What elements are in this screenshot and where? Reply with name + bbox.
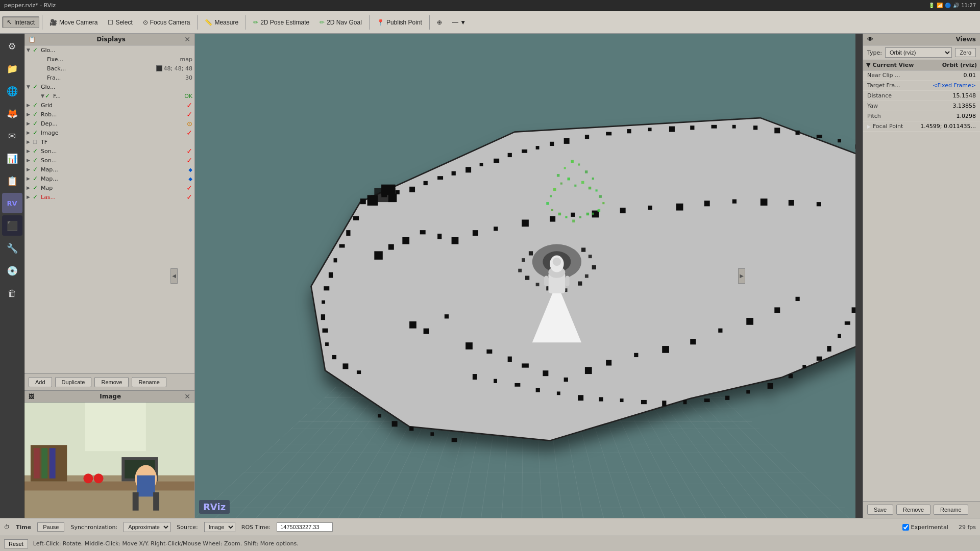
views-current-label: Current View — [872, 62, 914, 68]
select-button[interactable]: ☐ Select — [103, 17, 137, 28]
tree-item-global-status[interactable]: ▼ ✓ Glo... — [24, 82, 194, 91]
ros-time-input[interactable] — [277, 522, 333, 532]
views-remove-button[interactable]: Remove — [896, 505, 930, 515]
dock-icon-terminal[interactable]: ⬛ — [2, 215, 22, 236]
svg-rect-87 — [557, 391, 560, 395]
pose-2d-button[interactable]: ✏ 2D Pose Estimate — [249, 17, 314, 28]
views-rename-button[interactable]: Rename — [934, 505, 968, 515]
tree-item-sonar2[interactable]: ▶ ✓ Son... ✓ — [24, 156, 194, 165]
svg-rect-169 — [589, 255, 592, 258]
svg-rect-40 — [711, 125, 717, 129]
add-button[interactable]: Add — [29, 377, 52, 387]
focalpoint-label: Focal Point — [873, 123, 920, 130]
svg-rect-183 — [544, 276, 548, 287]
dock-icon-presentation[interactable]: 📋 — [2, 170, 22, 191]
tree-label-tf: TF — [41, 139, 192, 145]
svg-rect-161 — [572, 219, 575, 222]
dock-icon-email[interactable]: ✉ — [2, 126, 22, 146]
dock-icon-settings[interactable]: 🔧 — [2, 238, 22, 258]
experimental-checkbox[interactable] — [902, 524, 909, 531]
remove-button[interactable]: Remove — [94, 377, 129, 387]
tree-item-global-options[interactable]: ▼ ✓ Glo... — [24, 45, 194, 55]
measure-button[interactable]: 📏 Measure — [200, 17, 243, 28]
tree-item-frame-rate[interactable]: Fra... 30 — [24, 73, 194, 82]
svg-rect-55 — [322, 300, 325, 304]
pause-button[interactable]: Pause — [37, 522, 64, 532]
tree-item-map[interactable]: ▶ ✓ Map ✓ — [24, 183, 194, 192]
tree-item-robot[interactable]: ▶ ✓ Rob... ✓ — [24, 110, 194, 119]
svg-rect-137 — [381, 185, 396, 195]
camera-feed-svg — [24, 403, 194, 518]
duplicate-button[interactable]: Duplicate — [55, 377, 92, 387]
dock-icon-browser[interactable]: 🌐 — [2, 81, 22, 101]
extra-tool-button[interactable]: ⊕ — [432, 17, 447, 28]
svg-rect-157 — [546, 202, 549, 205]
svg-rect-54 — [324, 286, 329, 290]
tree-value-fixed: map — [180, 56, 192, 63]
map-visualization — [195, 34, 855, 518]
source-select[interactable]: Image — [204, 522, 235, 532]
dropdown-button[interactable]: — ▼ — [448, 17, 471, 28]
targetframe-value[interactable]: <Fixed Frame> — [933, 82, 976, 89]
image-panel-close[interactable]: ✕ — [184, 393, 190, 400]
svg-rect-109 — [662, 346, 669, 353]
tree-item-map1[interactable]: ▶ ✓ Map... ◆ — [24, 165, 194, 174]
tree-label-global: Glo... — [41, 47, 192, 54]
views-row-nearclip: Near Clip ... 0.01 — [863, 70, 980, 81]
tree-item-fixed-status[interactable]: ▼ ✓ F... OK — [24, 91, 194, 101]
dock-icon-folder[interactable]: 📁 — [2, 58, 22, 79]
panel-expand-handle[interactable]: ◀ — [170, 268, 178, 284]
dock-icon-system[interactable]: ⚙ — [2, 36, 22, 56]
tree-item-depth[interactable]: ▶ ✓ Dep... ⊙ — [24, 119, 194, 128]
nav-2d-button[interactable]: ✏ 2D Nav Goal — [315, 17, 366, 28]
rename-button[interactable]: Rename — [132, 377, 166, 387]
svg-rect-123 — [522, 219, 529, 227]
publish-point-button[interactable]: 📍 Publish Point — [372, 17, 427, 28]
distance-label: Distance — [867, 92, 953, 99]
svg-rect-91 — [473, 374, 477, 380]
svg-rect-114 — [796, 297, 800, 301]
expand-icon[interactable]: ▶ — [738, 268, 745, 284]
sync-select[interactable]: Approximate — [124, 522, 170, 532]
right-expand-handle[interactable]: ▶ — [738, 268, 745, 284]
svg-rect-127 — [620, 208, 626, 213]
viewport-3d[interactable]: RViz — [195, 34, 855, 518]
tree-item-image[interactable]: ▶ ✓ Image ✓ — [24, 128, 194, 137]
tree-item-grid[interactable]: ▶ ✓ Grid ✓ — [24, 101, 194, 110]
tree-item-fixed-frame[interactable]: Fixe... map — [24, 55, 194, 64]
tree-item-tf[interactable]: ▶ ☐ TF — [24, 137, 194, 146]
yaw-value: 3.13855 — [953, 103, 976, 109]
focus-camera-button[interactable]: ⊙ Focus Camera — [138, 17, 195, 28]
tree-item-map2[interactable]: ▶ ✓ Map... ◆ — [24, 174, 194, 183]
svg-rect-146 — [574, 185, 576, 187]
tree-label-sonar1: Son... — [41, 148, 186, 155]
views-zero-button[interactable]: Zero — [955, 48, 976, 57]
tree-item-background[interactable]: Back... 48; 48; 48 — [24, 64, 194, 73]
tree-label-map: Map — [41, 185, 186, 191]
svg-rect-115 — [374, 251, 383, 260]
experimental-label: Experimental — [911, 524, 948, 531]
displays-title: Displays — [96, 36, 126, 43]
svg-rect-101 — [486, 349, 492, 354]
svg-rect-132 — [761, 198, 768, 206]
tree-item-sonar1[interactable]: ▶ ✓ Son... ✓ — [24, 146, 194, 156]
svg-rect-37 — [648, 128, 652, 131]
dock-icon-spreadsheet[interactable]: 📊 — [2, 148, 22, 168]
svg-rect-96 — [378, 414, 381, 417]
svg-rect-174 — [578, 282, 582, 286]
reset-button[interactable]: Reset — [4, 539, 28, 548]
dock-icon-rviz[interactable]: RV — [2, 193, 22, 213]
interact-button[interactable]: ↖ Interact — [2, 16, 39, 28]
displays-close-button[interactable]: ✕ — [184, 36, 190, 43]
dock-icon-trash[interactable]: 🗑 — [2, 283, 22, 303]
move-camera-button[interactable]: 🎥 Move Camera — [45, 17, 102, 28]
svg-rect-50 — [346, 230, 350, 236]
dock-icon-disk[interactable]: 💿 — [2, 260, 22, 281]
views-type-select[interactable]: Orbit (rviz) — [885, 47, 952, 58]
svg-rect-138 — [388, 194, 397, 203]
views-save-button[interactable]: Save — [867, 505, 893, 515]
svg-rect-133 — [789, 200, 794, 206]
toolbar-separator-2 — [197, 15, 198, 30]
tree-item-laser[interactable]: ▶ ✓ Las... ✓ — [24, 192, 194, 202]
dock-icon-firefox[interactable]: 🦊 — [2, 103, 22, 123]
